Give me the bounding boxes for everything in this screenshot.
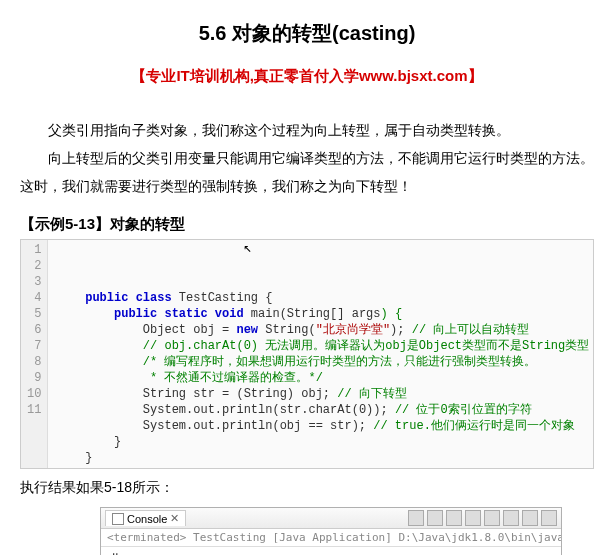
page-title: 5.6 对象的转型(casting)	[20, 20, 594, 47]
tool-icon-7[interactable]	[522, 510, 538, 526]
tool-icon-6[interactable]	[503, 510, 519, 526]
code-content: public class TestCasting { public static…	[48, 240, 597, 468]
console-tab[interactable]: Console ✕	[105, 510, 186, 526]
console-tab-label: Console	[127, 513, 167, 525]
tool-icon-1[interactable]	[408, 510, 424, 526]
result-text: 执行结果如果5-18所示：	[20, 479, 594, 497]
paragraph-1: 父类引用指向子类对象，我们称这个过程为向上转型，属于自动类型转换。	[20, 116, 594, 144]
paragraph-2: 向上转型后的父类引用变量只能调用它编译类型的方法，不能调用它运行时类型的方法。这…	[20, 144, 594, 200]
console-panel: Console ✕ <terminated> TestCasting [Java…	[100, 507, 562, 555]
console-status: <terminated> TestCasting [Java Applicati…	[101, 529, 561, 547]
console-tabs: Console ✕	[101, 508, 561, 529]
tool-icon-5[interactable]	[484, 510, 500, 526]
code-gutter: 1234567891011	[21, 240, 48, 468]
code-block: 1234567891011 public class TestCasting {…	[20, 239, 594, 469]
example-label: 【示例5-13】对象的转型	[20, 215, 594, 234]
close-icon[interactable]: ✕	[170, 512, 179, 525]
tool-icon-8[interactable]	[541, 510, 557, 526]
console-toolbar	[408, 510, 557, 526]
tool-icon-4[interactable]	[465, 510, 481, 526]
cursor-icon: ↖	[243, 240, 251, 256]
tool-icon-3[interactable]	[446, 510, 462, 526]
promo-banner: 【专业IT培训机构,真正零首付入学www.bjsxt.com】	[20, 67, 594, 86]
tool-icon-2[interactable]	[427, 510, 443, 526]
console-icon	[112, 513, 124, 525]
console-output: 北true	[101, 547, 561, 555]
